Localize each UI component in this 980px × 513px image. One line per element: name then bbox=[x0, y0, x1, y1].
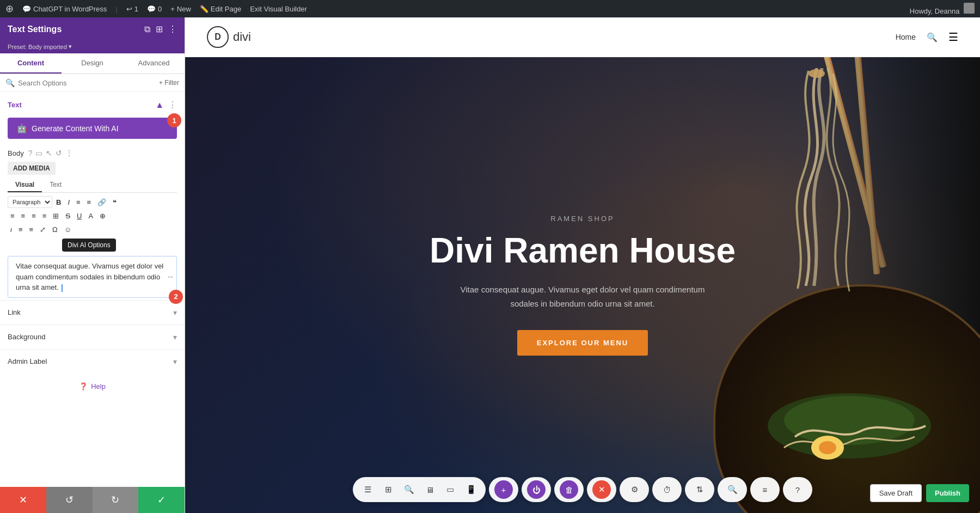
filter-label: + Filter bbox=[159, 79, 179, 87]
rows-icon-button[interactable]: ☰ bbox=[358, 480, 377, 499]
generate-ai-button[interactable]: 🤖 Generate Content With AI 1 bbox=[8, 118, 177, 139]
settings-button[interactable]: ⚙ bbox=[625, 480, 644, 499]
step-badge-1: 1 bbox=[167, 113, 181, 127]
italic2-button[interactable]: ι bbox=[8, 224, 15, 235]
cursor-icon[interactable]: ↖ bbox=[46, 149, 52, 157]
grid-view-button[interactable]: ⊞ bbox=[379, 480, 397, 499]
ordered-list-button[interactable]: ≡ bbox=[84, 197, 94, 208]
panel-header-icons: ⧉ ⊞ ⋮ bbox=[144, 24, 177, 34]
tablet-view-button[interactable]: ▭ bbox=[441, 480, 460, 499]
fullscreen-button[interactable]: ⤢ bbox=[37, 224, 48, 235]
admin-bar-new[interactable]: + New bbox=[170, 5, 191, 13]
bold-button[interactable]: B bbox=[53, 197, 64, 208]
zoom-button[interactable]: 🔍 bbox=[400, 480, 418, 499]
panel-title: Text Settings bbox=[8, 25, 62, 34]
help-row[interactable]: ❓ Help bbox=[0, 374, 185, 399]
close-button[interactable]: ✕ bbox=[592, 480, 611, 499]
undo-icon[interactable]: ↺ bbox=[56, 149, 62, 157]
help-builder-button[interactable]: ? bbox=[788, 480, 807, 499]
section-more-icon[interactable]: ⋮ bbox=[168, 100, 177, 110]
avatar bbox=[964, 3, 975, 14]
editor-view-tabs: Visual Text bbox=[8, 178, 177, 193]
timer-button[interactable]: ⏱ bbox=[658, 480, 676, 499]
align-right-button[interactable]: ≡ bbox=[29, 210, 39, 222]
sort-button[interactable]: ⇅ bbox=[690, 480, 709, 499]
publish-button[interactable]: Publish bbox=[926, 484, 969, 502]
reset-button[interactable]: ↺ bbox=[46, 487, 93, 513]
svg-point-2 bbox=[784, 396, 915, 445]
search-row: 🔍 + Filter bbox=[0, 74, 185, 92]
hero-cta-button[interactable]: EXPLORE OUR MENU bbox=[517, 330, 648, 356]
nav-menu-icon[interactable]: ☰ bbox=[948, 30, 958, 44]
background-expand-icon: ▾ bbox=[173, 333, 177, 341]
filter-button[interactable]: + Filter bbox=[159, 79, 179, 87]
align-center-button[interactable]: ≡ bbox=[19, 210, 28, 222]
copy-field-icon[interactable]: ▭ bbox=[35, 149, 42, 157]
text-content-area[interactable]: Vitae consequat augue. Vivamus eget dolo… bbox=[8, 256, 177, 298]
link-label: Link bbox=[8, 308, 21, 316]
power-button[interactable]: ⏻ bbox=[527, 480, 546, 499]
tab-advanced[interactable]: Advanced bbox=[123, 53, 185, 74]
special-char-button[interactable]: Ω bbox=[50, 224, 60, 235]
align-justify-button[interactable]: ≡ bbox=[40, 210, 50, 222]
admin-bar-chatgpt[interactable]: 💬 ChatGPT in WordPress bbox=[22, 5, 107, 13]
search-input[interactable] bbox=[18, 79, 156, 87]
paragraph-select[interactable]: Paragraph bbox=[8, 196, 52, 208]
editor-tab-visual[interactable]: Visual bbox=[8, 178, 42, 192]
save-draft-button[interactable]: Save Draft bbox=[870, 484, 922, 502]
strikethrough-button[interactable]: S bbox=[63, 210, 73, 222]
ai-options-tooltip: Divi AI Options bbox=[62, 239, 116, 252]
italic-button[interactable]: I bbox=[65, 197, 72, 208]
copy-icon[interactable]: ⧉ bbox=[144, 25, 150, 34]
admin-bar-comments[interactable]: ↩ 1 bbox=[126, 5, 138, 13]
more-options-icon[interactable]: ⋮ bbox=[168, 24, 177, 34]
preset-label[interactable]: Preset: Body imported ▾ bbox=[0, 41, 185, 53]
emoji-button[interactable]: ☺ bbox=[62, 224, 74, 235]
menu-group: ≡ bbox=[750, 477, 780, 502]
paste-special-button[interactable]: ⊕ bbox=[97, 210, 108, 222]
logo-circle: D bbox=[207, 26, 229, 48]
outdent-button[interactable]: ≡ bbox=[26, 224, 36, 235]
cancel-button[interactable]: ✕ bbox=[0, 487, 46, 513]
admin-bar-edit-page[interactable]: ✏️ Edit Page bbox=[200, 5, 241, 13]
nav-search-icon[interactable]: 🔍 bbox=[927, 32, 938, 42]
redo-button[interactable]: ↻ bbox=[93, 487, 139, 513]
section-collapse-icon[interactable]: ▲ bbox=[155, 100, 164, 110]
add-element-button[interactable]: + bbox=[494, 480, 513, 499]
unordered-list-button[interactable]: ≡ bbox=[74, 197, 83, 208]
delete-button[interactable]: 🗑 bbox=[560, 480, 578, 499]
admin-label-section[interactable]: Admin Label ▾ bbox=[0, 349, 185, 374]
resize-handle-icon[interactable]: ↔ bbox=[167, 271, 174, 283]
search-builder-button[interactable]: 🔍 bbox=[723, 480, 742, 499]
underline-button[interactable]: U bbox=[74, 210, 84, 222]
save-button[interactable]: ✓ bbox=[138, 487, 185, 513]
menu-button[interactable]: ≡ bbox=[756, 480, 774, 499]
background-section[interactable]: Background ▾ bbox=[0, 325, 185, 349]
preview-area: D divi Home 🔍 ☰ bbox=[185, 17, 980, 513]
tab-content[interactable]: Content bbox=[0, 53, 62, 74]
panel-header: Text Settings ⧉ ⊞ ⋮ bbox=[0, 17, 185, 41]
help-icon[interactable]: ? bbox=[28, 149, 33, 157]
tab-design[interactable]: Design bbox=[62, 53, 123, 74]
text-color-button[interactable]: A bbox=[85, 210, 96, 222]
blockquote-button[interactable]: ❝ bbox=[110, 197, 119, 208]
nav-home[interactable]: Home bbox=[896, 33, 916, 41]
align-left-button[interactable]: ≡ bbox=[8, 210, 17, 222]
indent-button[interactable]: ≡ bbox=[16, 224, 26, 235]
grid-icon[interactable]: ⊞ bbox=[156, 24, 163, 34]
search-icon: 🔍 bbox=[5, 78, 15, 87]
add-media-button[interactable]: ADD MEDIA bbox=[8, 162, 56, 175]
desktop-view-button[interactable]: 🖥 bbox=[420, 480, 439, 499]
admin-bar-msgs[interactable]: 💬 0 bbox=[147, 5, 162, 13]
wp-logo-icon[interactable]: ⊕ bbox=[5, 3, 14, 15]
link-section[interactable]: Link ▾ bbox=[0, 300, 185, 325]
field-more-icon[interactable]: ⋮ bbox=[65, 149, 73, 157]
editor-tab-text[interactable]: Text bbox=[42, 178, 69, 192]
timer-group: ⏱ bbox=[652, 477, 682, 502]
text-settings-panel: Text Settings ⧉ ⊞ ⋮ Preset: Body importe… bbox=[0, 17, 185, 513]
plus-icon: + bbox=[170, 5, 175, 13]
admin-bar-exit-builder[interactable]: Exit Visual Builder bbox=[250, 5, 307, 13]
link-button[interactable]: 🔗 bbox=[95, 197, 109, 208]
table-button[interactable]: ⊞ bbox=[50, 210, 62, 222]
mobile-view-button[interactable]: 📱 bbox=[462, 480, 480, 499]
